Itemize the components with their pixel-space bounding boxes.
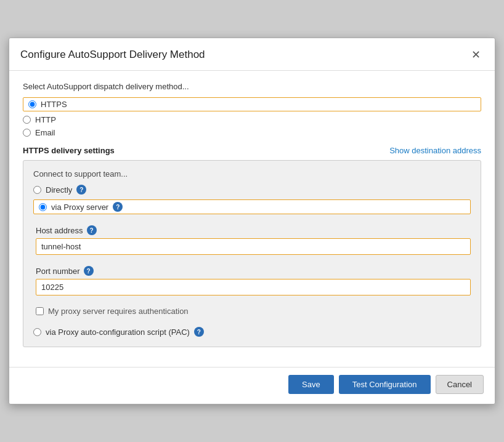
radio-http-label: HTTP — [35, 115, 56, 124]
port-number-group: Port number ? — [36, 266, 471, 295]
close-button[interactable]: ✕ — [468, 47, 484, 63]
radio-proxy-label: via Proxy server — [51, 203, 108, 212]
connect-label: Connect to support team... — [33, 169, 471, 179]
auth-checkbox[interactable] — [36, 307, 44, 315]
radio-email[interactable] — [23, 129, 31, 137]
radio-item-pac[interactable]: via Proxy auto-configuration script (PAC… — [33, 327, 471, 337]
radio-pac[interactable] — [33, 328, 41, 336]
radio-item-http[interactable]: HTTP — [23, 115, 481, 124]
host-address-label: Host address — [36, 226, 83, 235]
radio-directly-label: Directly — [46, 185, 72, 195]
dispatch-radio-group: HTTPS HTTP Email — [23, 97, 481, 137]
host-address-label-row: Host address ? — [36, 225, 471, 235]
radio-pac-label: via Proxy auto-configuration script (PAC… — [46, 327, 190, 337]
radio-https[interactable] — [28, 100, 36, 108]
radio-http[interactable] — [23, 116, 31, 124]
radio-proxy[interactable] — [39, 203, 47, 211]
radio-item-directly[interactable]: Directly ? — [33, 185, 471, 195]
auth-checkbox-row[interactable]: My proxy server requires authentication — [36, 307, 471, 316]
port-number-input[interactable] — [36, 279, 471, 295]
radio-email-label: Email — [35, 128, 55, 137]
auth-checkbox-label: My proxy server requires authentication — [48, 307, 189, 316]
test-configuration-button[interactable]: Test Configuration — [339, 375, 431, 394]
radio-item-https[interactable]: HTTPS — [23, 97, 481, 111]
connect-radio-group: Directly ? via Proxy server ? Host addre… — [33, 185, 471, 337]
radio-item-proxy[interactable]: via Proxy server ? — [33, 199, 471, 214]
pac-help-icon[interactable]: ? — [194, 327, 204, 337]
delivery-section-header: HTTPS delivery settings Show destination… — [23, 146, 481, 155]
dispatch-label: Select AutoSupport dispatch delivery met… — [23, 82, 481, 91]
show-destination-link[interactable]: Show destination address — [389, 146, 481, 155]
radio-item-email[interactable]: Email — [23, 128, 481, 137]
host-help-icon[interactable]: ? — [87, 225, 97, 235]
dialog-footer: Save Test Configuration Cancel — [9, 367, 495, 404]
radio-directly[interactable] — [33, 186, 41, 194]
host-address-input[interactable] — [36, 238, 471, 255]
proxy-help-icon[interactable]: ? — [113, 202, 123, 212]
dialog-header: Configure AutoSupport Delivery Method ✕ — [9, 38, 495, 71]
settings-box: Connect to support team... Directly ? vi… — [23, 160, 481, 347]
host-address-group: Host address ? — [36, 225, 471, 255]
port-number-label: Port number — [36, 267, 80, 276]
dialog-title: Configure AutoSupport Delivery Method — [20, 49, 205, 61]
cancel-button[interactable]: Cancel — [436, 375, 484, 394]
port-help-icon[interactable]: ? — [84, 266, 94, 276]
port-number-label-row: Port number ? — [36, 266, 471, 276]
delivery-section-title: HTTPS delivery settings — [23, 146, 115, 155]
directly-help-icon[interactable]: ? — [76, 185, 86, 195]
save-button[interactable]: Save — [288, 375, 334, 394]
configure-autosupport-dialog: Configure AutoSupport Delivery Method ✕ … — [9, 38, 495, 404]
dialog-body: Select AutoSupport dispatch delivery met… — [9, 71, 495, 367]
radio-https-label: HTTPS — [41, 100, 67, 109]
